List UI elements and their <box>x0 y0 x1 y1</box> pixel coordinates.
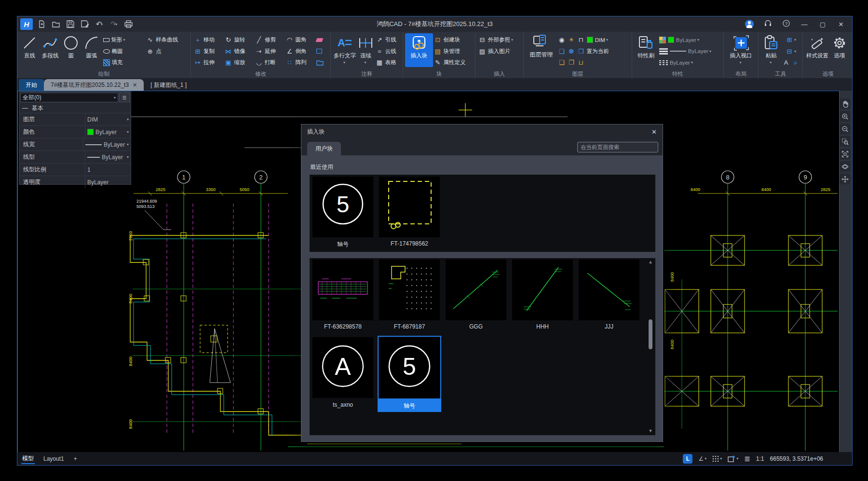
zoom-out-button[interactable] <box>840 124 850 134</box>
hatch-button[interactable]: 填充 <box>103 58 145 67</box>
lineweight-control[interactable]: ByLayer ▾ <box>659 47 720 56</box>
match-props-button[interactable]: 特性刷 <box>634 33 658 69</box>
insert-image-button[interactable]: ▨插入图片 <box>478 47 520 56</box>
scroll-down-icon[interactable]: ▼ <box>649 428 653 433</box>
arc-button[interactable]: 圆弧 <box>81 33 102 69</box>
open-file-button[interactable] <box>50 19 62 29</box>
print-button[interactable] <box>122 19 134 29</box>
rotate-button[interactable]: ↻旋转 <box>225 35 254 44</box>
save-button[interactable] <box>65 19 76 29</box>
layer-visibility-icon[interactable]: ◉ <box>558 36 566 44</box>
close-button[interactable]: ✕ <box>837 21 845 28</box>
paste-button[interactable]: 粘贴 ▾ <box>760 33 782 69</box>
point-button[interactable]: ⊕点 <box>146 47 188 56</box>
user-avatar-icon[interactable] <box>745 20 754 28</box>
block-label[interactable]: HHH <box>512 323 573 330</box>
block-label[interactable]: FT-6879187 <box>379 323 440 330</box>
leader-button[interactable]: ↗引线 <box>376 35 400 44</box>
find-text-button[interactable]: A⌕ <box>782 58 800 67</box>
polyline-button[interactable]: 多段线 <box>40 33 61 69</box>
rectangle-button[interactable]: 矩形▾ <box>103 35 145 44</box>
block-label[interactable]: FT-636298578 <box>312 323 373 330</box>
selection-filter-dropdown[interactable]: 全部(0) ▾ <box>20 93 118 102</box>
layer-isolate-icon[interactable]: ❏ <box>558 59 566 67</box>
block-thumb-recent-axno[interactable]: 5 <box>312 177 373 237</box>
table-button[interactable]: ▦表格 <box>376 58 400 67</box>
layer-lock-icon[interactable]: ⊓ <box>577 36 585 44</box>
layer-freeze-icon[interactable]: ❆ <box>568 47 575 55</box>
extend-button[interactable]: ⇢延伸 <box>255 47 284 56</box>
support-headset-icon[interactable] <box>763 20 772 28</box>
array-button[interactable]: ∷阵列 <box>286 58 315 67</box>
collapse-icon[interactable]: — <box>22 105 28 111</box>
block-label[interactable]: JJJ <box>579 323 639 330</box>
angle-snap-button[interactable]: ∠▾ <box>698 455 706 462</box>
undo-button[interactable]: ↶▾ <box>94 19 105 29</box>
ellipse-button[interactable]: 椭圆 <box>103 47 145 56</box>
create-block-button[interactable]: ⊡创建块 <box>434 35 472 44</box>
redo-dropdown-arrow[interactable]: ▾ <box>115 22 117 27</box>
revcloud-button[interactable]: ≈云线 <box>376 47 400 56</box>
block-label-selected[interactable]: 轴号 <box>378 399 441 412</box>
cut-clip-button[interactable]: ⊟▾ <box>786 47 796 56</box>
wipeout-button[interactable] <box>316 47 327 56</box>
undo-dropdown-arrow[interactable]: ▾ <box>101 22 103 27</box>
mtext-button[interactable]: A 多行文字 ▾ <box>333 33 357 69</box>
dialog-title-bar[interactable]: 插入块 ✕ <box>301 124 663 139</box>
block-thumb-jjj[interactable] <box>579 260 639 320</box>
minimize-button[interactable]: — <box>800 21 809 28</box>
layer-lock2-icon[interactable]: ❒ <box>577 47 585 55</box>
zoom-in-button[interactable] <box>840 111 850 122</box>
block-search-input[interactable] <box>577 142 658 152</box>
insert-viewport-button[interactable]: 插入视口 ▾ <box>726 33 756 69</box>
block-thumb-axno-selected[interactable]: 5 <box>378 336 441 399</box>
section-basic[interactable]: — 基本 <box>19 103 131 113</box>
block-thumb-ft636[interactable] <box>312 260 373 320</box>
layer-unisolate-icon[interactable]: ❐ <box>568 59 575 67</box>
chamfer-button[interactable]: ∠倒角 <box>286 47 315 56</box>
block-label[interactable]: GGG <box>446 323 506 330</box>
app-logo[interactable]: H <box>20 18 33 30</box>
tab-close-icon[interactable]: ✕ <box>133 82 137 88</box>
block-label[interactable]: FT-174798562 <box>379 240 440 247</box>
copy-clip-button[interactable]: ⊞▾ <box>786 35 796 44</box>
save-as-button[interactable] <box>79 19 91 29</box>
spline-button[interactable]: ∿样条曲线 <box>146 35 188 44</box>
object-snap-button[interactable]: ▾ <box>728 455 738 462</box>
lineweight-display-button[interactable]: ≣ <box>744 454 750 463</box>
line-button[interactable]: 直线 <box>19 33 40 69</box>
set-current-layer-button[interactable]: 置为当前 <box>587 48 609 55</box>
layer-sun-icon[interactable]: ☀ <box>568 36 575 44</box>
scroll-up-icon[interactable]: ▲ <box>649 260 653 264</box>
prop-value-transparency[interactable]: ByLayer <box>85 176 131 188</box>
grid-snap-button[interactable]: ▾ <box>712 455 722 462</box>
tab-active-drawing[interactable]: 7#楼基坑开挖图2025.10.22_t3 ✕ <box>44 79 144 91</box>
maximize-button[interactable]: ▢ <box>818 21 827 28</box>
help-button[interactable]: ? <box>782 20 790 28</box>
layer-dropdown-arrow[interactable]: ▾ <box>606 38 608 42</box>
copy-button[interactable]: ⊞复制 <box>194 47 223 56</box>
new-layout-button[interactable]: + <box>69 452 82 465</box>
break-button[interactable]: ◡打断 <box>255 58 284 67</box>
mirror-button[interactable]: ⋈镜像 <box>225 47 254 56</box>
redo-button[interactable]: ↷▾ <box>108 19 120 29</box>
xref-button[interactable]: ⊟外部参照▾ <box>478 35 520 44</box>
erase-button[interactable] <box>316 35 327 44</box>
prop-value-linetype[interactable]: ByLayer▾ <box>85 151 131 163</box>
linetype-control[interactable]: ByLayer ▾ <box>659 58 720 67</box>
block-thumb-tsaxno[interactable]: A <box>312 337 373 398</box>
tab-user-blocks[interactable]: 用户块 <box>307 142 341 155</box>
layer-lock-fade-icon[interactable]: ⊔ <box>577 59 585 67</box>
blocks-scrollbar[interactable]: ▲ ▼ <box>648 260 653 433</box>
options-button[interactable]: 选项 <box>830 33 849 69</box>
insert-block-button[interactable]: 插入块 <box>405 33 433 67</box>
zoom-window-button[interactable] <box>840 136 850 147</box>
new-file-button[interactable] <box>36 19 47 29</box>
zoom-extents-button[interactable] <box>840 149 850 159</box>
circle-button[interactable]: 圆 <box>61 33 81 69</box>
scrollbar-thumb[interactable] <box>649 319 652 349</box>
prop-value-ltscale[interactable]: 1 <box>85 164 131 176</box>
block-label[interactable]: 轴号 <box>312 240 373 248</box>
prop-value-lineweight[interactable]: ByLayer▾ <box>83 138 131 151</box>
scale-button[interactable]: ▣缩放 <box>225 58 254 67</box>
